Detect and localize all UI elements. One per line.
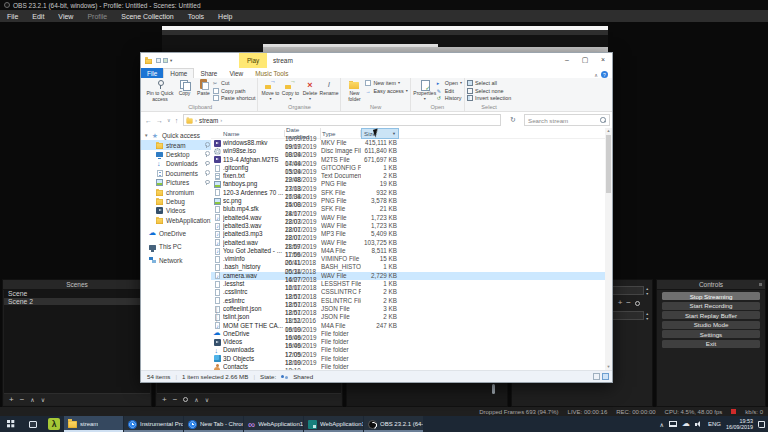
copy-to-button[interactable]: Copy to▾ (280, 78, 300, 104)
tab-music-tools[interactable]: Music Tools (249, 68, 294, 78)
taskbar-button-webapplication11[interactable]: ∞WebApplication11 ... (244, 416, 303, 432)
onedrive-tray-icon[interactable]: ☁ (682, 420, 690, 428)
add-scene-button[interactable]: + (9, 396, 14, 404)
add-transition-button[interactable]: + (618, 299, 623, 307)
scene-item-scene[interactable]: Scene (4, 290, 150, 298)
start-recording-button[interactable]: Start Recording (662, 302, 760, 310)
file-row-bash-history[interactable]: .bash_history06/11/2018 20:34BASH_HISTOR… (211, 263, 605, 271)
help-icon[interactable]: ? (601, 71, 608, 78)
exit-button[interactable]: Exit (662, 340, 760, 348)
action-center-icon[interactable] (758, 421, 765, 428)
paste-shortcut-button[interactable]: Paste shortcut (213, 95, 255, 101)
maximize-button[interactable]: ▢ (576, 53, 594, 66)
file-row-jebaited3-mp3[interactable]: jebaited3.mp328/07/2019 12:01MP3 File5,4… (211, 230, 605, 238)
new-item-button[interactable]: New item▾ (365, 80, 407, 86)
file-row-fixen-txt[interactable]: fixen.txt03/09/2019 12:48Text Document2 … (211, 172, 605, 180)
file-row-eslintrc[interactable]: .eslintrc12/07/2018 18:51ESLINTRC File2 … (211, 297, 605, 305)
sidebar-item-documents[interactable]: Documents (141, 169, 211, 178)
address-bar[interactable]: › stream › (183, 114, 501, 126)
taskbar-button-webapplication11[interactable]: WebApplication11 (304, 416, 363, 432)
refresh-button[interactable]: ↻ (507, 114, 519, 126)
search-input[interactable]: Search stream (524, 114, 610, 126)
tab-share[interactable]: Share (194, 68, 223, 78)
stop-streaming-button[interactable]: Stop Streaming (662, 292, 760, 300)
qat-button-1[interactable] (156, 58, 161, 63)
file-row-downloads[interactable]: Downloads16/09/2019 17:05File folder (211, 346, 605, 354)
network-icon[interactable] (669, 421, 677, 427)
file-row-120-3-ardennes-70[interactable]: 120-3 Ardennes 70 ...27/08/2019 17:34SFK… (211, 189, 605, 197)
scenes-dock-header[interactable]: Scenes (3, 280, 151, 290)
pin-to-quick-access-button[interactable]: Pin to Quick access (145, 78, 175, 104)
qat-dropdown-icon[interactable]: ▾ (170, 58, 172, 63)
taskbar-clock[interactable]: 19:53 16/09/2019 (726, 418, 753, 430)
sidebar-item-network[interactable]: Network (141, 256, 211, 265)
expand-chevron-icon[interactable]: ▼ (144, 133, 149, 138)
file-row-sc-png[interactable]: sc.png26/08/2019 15:00PNG File3,578 KB (211, 197, 605, 205)
qat-button-2[interactable] (163, 58, 168, 63)
file-row-you-got-jebaited[interactable]: You Got Jebaited - ...28/07/2019 11:59M4… (211, 247, 605, 255)
size-filter-dropdown-icon[interactable]: ▼ (392, 131, 396, 136)
tab-view[interactable]: View (223, 68, 249, 78)
sidebar-item-videos[interactable]: Videos (141, 206, 211, 215)
properties-button[interactable]: Properties▾ (413, 78, 437, 104)
obs-menu-profile[interactable]: Profile (80, 10, 114, 22)
sidebar-item-onedrive[interactable]: OneDrive (141, 229, 211, 238)
new-folder-button[interactable]: New folder (343, 78, 365, 104)
recent-locations-icon[interactable]: ∨ (167, 117, 171, 123)
cut-button[interactable]: ✂Cut (213, 80, 255, 86)
file-row-mom-get-the-ca[interactable]: MOM GET THE CA...11/12/2016 09:10M4A Fil… (211, 322, 605, 330)
sidebar-item-desktop[interactable]: Desktop (141, 150, 211, 159)
delete-button[interactable]: × Delete▾ (300, 78, 319, 104)
file-row-tslint-json[interactable]: tslint.json12/07/2018 18:51JSON File2 KB (211, 313, 605, 321)
taskbar-button-obs-23-2-1-64-bit[interactable]: OBS 23.2.1 (64-bit, ... (364, 416, 423, 432)
sidebar-item-pictures[interactable]: Pictures (141, 178, 211, 187)
volume-icon[interactable] (695, 420, 703, 428)
add-source-button[interactable]: + (162, 396, 167, 404)
settings-button[interactable]: Settings (662, 330, 760, 338)
sidebar-item-webapplication11[interactable]: WebApplication11 (141, 216, 211, 225)
pinned-app-lambda[interactable]: λ (44, 416, 64, 432)
obs-menu-edit[interactable]: Edit (25, 10, 51, 22)
transition-properties-icon[interactable] (635, 301, 640, 306)
open-button[interactable]: ▸Open▾ (437, 80, 462, 86)
studio-mode-button[interactable]: Studio Mode (662, 321, 760, 329)
taskbar-button-instrumental-progr[interactable]: Instrumental Progr... (124, 416, 183, 432)
file-row-3d-objects[interactable]: 3D Objects12/09/2019 18:10File folder (211, 355, 605, 363)
sidebar-item-this-pc[interactable]: This PC (141, 242, 211, 251)
file-row-lesshst[interactable]: .lesshst14/07/2018 16:11LESSHST File1 KB (211, 280, 605, 288)
sidebar-item-downloads[interactable]: Downloads (141, 159, 211, 168)
scene-item-scene-2[interactable]: Scene 2 (4, 298, 150, 306)
invert-selection-button[interactable]: Invert selection (467, 95, 511, 101)
paste-button[interactable]: Paste (194, 78, 213, 104)
move-to-button[interactable]: Move to▾ (260, 78, 280, 104)
mixer-scrollbar[interactable] (492, 384, 495, 394)
file-row-blub-mp4-sfk[interactable]: blub.mp4.sfk24/08/2019 14:17SFK File21 K… (211, 205, 605, 213)
obs-menu-help[interactable]: Help (211, 10, 239, 22)
scene-down-button[interactable]: ∨ (41, 396, 45, 404)
breadcrumb[interactable]: stream (199, 117, 218, 124)
column-header-size[interactable]: Size▼ (361, 128, 399, 139)
file-row-onedrive[interactable]: OneDrive16/09/2019 19:46File folder (211, 330, 605, 338)
taskbar-button-stream[interactable]: stream (64, 416, 123, 432)
forward-button[interactable]: → (156, 117, 163, 124)
file-row-jebaited3-wav[interactable]: jebaited3.wav28/07/2019 12:01WAV File1,7… (211, 222, 605, 230)
minimize-button[interactable]: – (558, 53, 576, 66)
history-button[interactable]: ↺History (437, 95, 462, 101)
back-button[interactable]: ← (145, 117, 152, 124)
contextual-tab-play[interactable]: Play (239, 53, 267, 68)
sidebar-item-stream[interactable]: stream (141, 140, 211, 149)
tray-overflow-icon[interactable]: ∧ (660, 421, 664, 428)
copy-path-button[interactable]: Copy path (213, 88, 255, 94)
taskbar-button-new-tab-chromiu[interactable]: New Tab - Chromiu... (184, 416, 243, 432)
up-button[interactable]: ↑ (175, 117, 179, 124)
tab-file[interactable]: File (141, 68, 163, 78)
file-row-coffeelint-json[interactable]: coffeelint.json12/07/2018 18:51JSON File… (211, 305, 605, 313)
close-button[interactable]: × (594, 53, 612, 66)
file-row-gitconfig[interactable]: .gitconfig07/09/2019 15:24GITCONFIG File… (211, 164, 605, 172)
file-row-119-4-afghan-m2ts[interactable]: 119-4 Afghan.M2TS08/09/2019 14:44M2TS Fi… (211, 156, 605, 164)
file-row-jebaited-wav[interactable]: jebaited.wav28/07/2019 11:59WAV File103,… (211, 239, 605, 247)
file-row-jebaited4-wav[interactable]: jebaited4.wav28/07/2019 12:03WAV File1,7… (211, 214, 605, 222)
file-list-scrollbar[interactable]: ▲ ▼ (605, 128, 612, 370)
scroll-up-icon[interactable]: ▲ (607, 128, 611, 134)
obs-menu-tools[interactable]: Tools (181, 10, 211, 22)
